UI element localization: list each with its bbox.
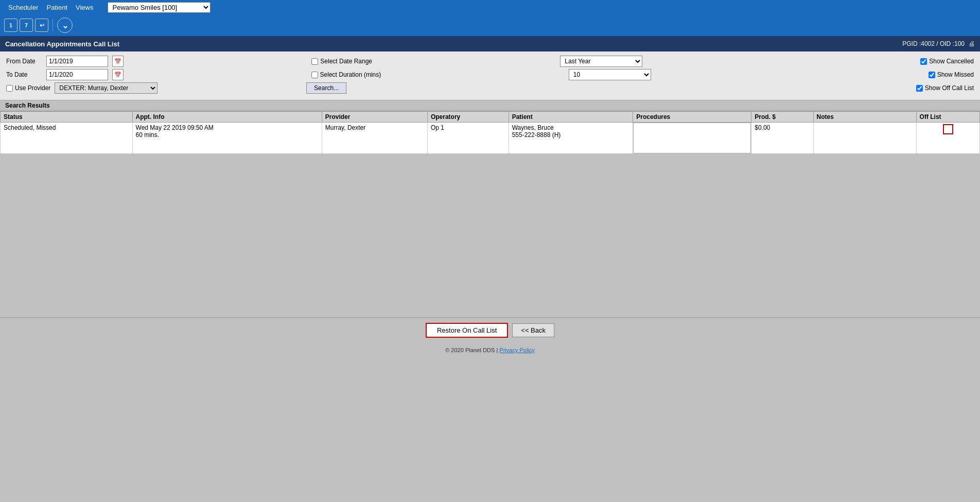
toolbar-divider <box>52 19 53 31</box>
cell-notes <box>813 123 916 154</box>
toolbar-btn-back[interactable]: ↩ <box>35 19 48 32</box>
pgid-label: PGID :4002 / OID :100 <box>902 40 965 47</box>
appt-duration: 60 mins. <box>136 131 159 139</box>
from-date-input[interactable] <box>46 56 108 67</box>
off-list-checkbox[interactable] <box>943 124 953 134</box>
col-status: Status <box>1 112 133 123</box>
show-off-call-list-label[interactable]: Show Off Call List <box>916 84 974 92</box>
col-procedures: Procedures <box>633 112 751 123</box>
toolbar-btn-1[interactable]: 1 <box>4 19 18 32</box>
practice-select-wrap: Pewamo Smiles [100] <box>108 2 211 13</box>
show-missed-checkbox[interactable] <box>929 72 935 78</box>
nav-scheduler[interactable]: Scheduler <box>4 3 43 12</box>
page-meta: PGID :4002 / OID :100 🖨 <box>902 40 975 47</box>
to-date-calendar-btn[interactable]: 📅 <box>112 69 124 80</box>
form-row-2: To Date 📅 Select Duration (mins) 10 Show… <box>6 69 974 80</box>
use-provider-label[interactable]: Use Provider <box>6 84 50 92</box>
nav-patient[interactable]: Patient <box>43 3 72 12</box>
toolbar: 1 7 ↩ ⌄ <box>0 14 980 36</box>
form-row-1: From Date 📅 Select Date Range Last Year … <box>6 56 974 67</box>
privacy-policy-link[interactable]: Privacy Policy <box>499 347 534 353</box>
form-row-3: Use Provider DEXTER: Murray, Dexter Sear… <box>6 82 974 94</box>
col-off-list: Off List <box>916 112 979 123</box>
select-date-range-checkbox[interactable] <box>311 58 318 65</box>
col-notes: Notes <box>813 112 916 123</box>
toolbar-btn-7[interactable]: 7 <box>20 19 33 32</box>
cell-prod-dollar: $0.00 <box>751 123 813 154</box>
back-button[interactable]: << Back <box>512 323 554 337</box>
cell-operatory: Op 1 <box>427 123 509 154</box>
col-appt-info: Appt. Info <box>132 112 322 123</box>
use-provider-checkbox[interactable] <box>6 85 13 92</box>
table-row: Scheduled, Missed Wed May 22 2019 09:50 … <box>1 123 980 154</box>
procedures-textarea[interactable] <box>633 123 751 153</box>
col-patient: Patient <box>509 112 633 123</box>
cell-provider: Murray, Dexter <box>322 123 427 154</box>
cell-off-list[interactable] <box>916 123 979 154</box>
patient-phone: 555-222-8888 (H) <box>512 131 561 139</box>
search-results-label: Search Results <box>0 100 980 111</box>
cell-procedures[interactable] <box>633 123 751 154</box>
bottom-bar: Restore On Call List << Back <box>0 317 980 343</box>
col-provider: Provider <box>322 112 427 123</box>
nav-views[interactable]: Views <box>72 3 97 12</box>
duration-select[interactable]: 10 <box>569 69 651 80</box>
show-off-call-list-checkbox[interactable] <box>916 85 923 92</box>
select-duration-checkbox[interactable] <box>311 72 318 78</box>
cell-status: Scheduled, Missed <box>1 123 133 154</box>
table-header-row: Status Appt. Info Provider Operatory Pat… <box>1 112 980 123</box>
restore-on-call-list-button[interactable]: Restore On Call List <box>426 323 508 338</box>
show-cancelled-checkbox[interactable] <box>920 58 927 65</box>
show-missed-label[interactable]: Show Missed <box>929 71 974 78</box>
last-year-select[interactable]: Last Year <box>560 56 642 67</box>
practice-select[interactable]: Pewamo Smiles [100] <box>108 2 211 13</box>
footer: © 2020 Planet DDS | Privacy Policy <box>0 343 980 357</box>
cell-patient: Waynes, Bruce 555-222-8888 (H) <box>509 123 633 154</box>
show-cancelled-label[interactable]: Show Cancelled <box>920 58 974 65</box>
select-date-range-label[interactable]: Select Date Range <box>311 58 372 65</box>
toolbar-btn-circle[interactable]: ⌄ <box>57 18 73 33</box>
copyright-text: © 2020 Planet DDS | <box>445 347 498 353</box>
page-title: Cancellation Appointments Call List <box>5 40 119 48</box>
form-area: From Date 📅 Select Date Range Last Year … <box>0 51 980 100</box>
top-nav: Scheduler Patient Views Pewamo Smiles [1… <box>0 0 980 14</box>
search-button[interactable]: Search... <box>306 82 346 94</box>
appt-datetime: Wed May 22 2019 09:50 AM <box>136 124 214 131</box>
to-date-input[interactable] <box>46 69 108 80</box>
to-date-label: To Date <box>6 71 42 78</box>
col-prod-dollar: Prod. $ <box>751 112 813 123</box>
patient-name: Waynes, Bruce <box>512 124 554 131</box>
results-area: Status Appt. Info Provider Operatory Pat… <box>0 111 980 317</box>
provider-select[interactable]: DEXTER: Murray, Dexter <box>55 82 157 94</box>
select-duration-label[interactable]: Select Duration (mins) <box>311 71 381 78</box>
results-table: Status Appt. Info Provider Operatory Pat… <box>0 111 980 154</box>
cell-appt-info: Wed May 22 2019 09:50 AM 60 mins. <box>132 123 322 154</box>
from-date-label: From Date <box>6 58 42 65</box>
print-icon[interactable]: 🖨 <box>969 40 975 47</box>
col-operatory: Operatory <box>427 112 509 123</box>
from-date-calendar-btn[interactable]: 📅 <box>112 56 124 67</box>
page-header: Cancellation Appointments Call List PGID… <box>0 36 980 51</box>
